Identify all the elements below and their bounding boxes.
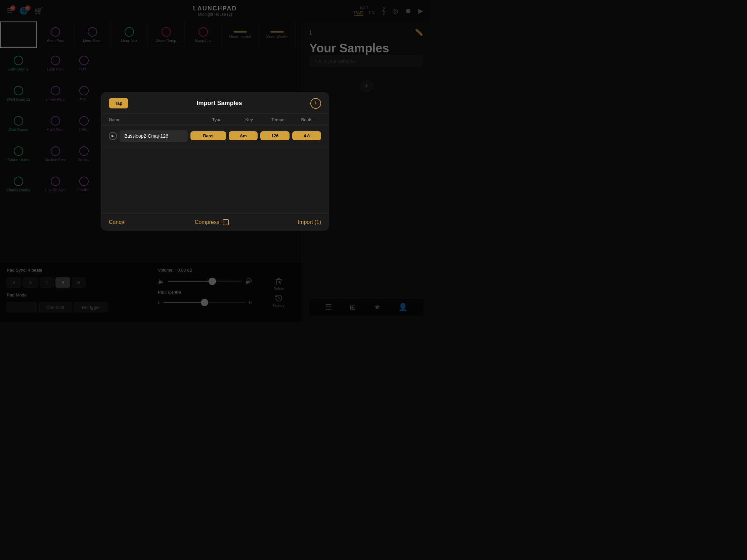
row-tempo-badge[interactable]: 126 <box>260 131 289 140</box>
modal-data-row: ▶ Bass Am 126 4.8 <box>101 126 329 146</box>
col-header-key: Key <box>235 117 264 122</box>
row-key-badge[interactable]: Am <box>229 131 258 140</box>
col-header-name: Name <box>109 117 199 122</box>
modal-overlay: Tap Import Samples + Name Type Key Tempo… <box>0 0 430 322</box>
tap-button[interactable]: Tap <box>109 98 128 108</box>
row-name-input[interactable] <box>120 130 188 142</box>
modal-empty-area <box>101 146 329 214</box>
compress-label: Compress <box>195 219 219 225</box>
modal-title: Import Samples <box>197 100 242 107</box>
modal-header: Tap Import Samples + <box>101 92 329 114</box>
row-play-button[interactable]: ▶ <box>109 132 117 140</box>
col-header-tempo: Tempo <box>264 117 292 122</box>
cancel-button[interactable]: Cancel <box>109 219 126 225</box>
compress-checkbox[interactable] <box>223 219 229 225</box>
col-header-type: Type <box>199 117 235 122</box>
row-type-badge[interactable]: Bass <box>190 131 226 140</box>
modal-plus-button[interactable]: + <box>310 98 321 109</box>
import-samples-modal: Tap Import Samples + Name Type Key Tempo… <box>101 92 329 231</box>
modal-footer: Cancel Compress Import (1) <box>101 214 329 231</box>
import-button[interactable]: Import (1) <box>298 219 321 225</box>
modal-table-header: Name Type Key Tempo Beats <box>101 114 329 126</box>
compress-row[interactable]: Compress <box>195 219 229 225</box>
row-beats-badge[interactable]: 4.8 <box>292 131 321 140</box>
col-header-beats: Beats <box>292 117 321 122</box>
